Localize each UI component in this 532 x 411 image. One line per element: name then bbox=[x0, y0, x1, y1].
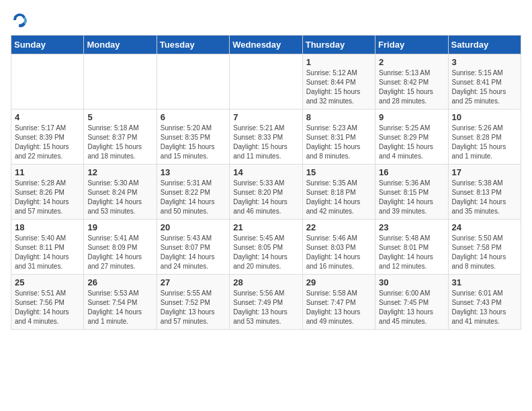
day-info: Sunrise: 6:00 AM Sunset: 7:45 PM Dayligh… bbox=[379, 289, 444, 326]
header bbox=[11, 11, 521, 30]
calendar-cell: 4Sunrise: 5:17 AM Sunset: 8:39 PM Daylig… bbox=[11, 109, 84, 165]
day-info: Sunrise: 5:28 AM Sunset: 8:26 PM Dayligh… bbox=[15, 179, 80, 216]
header-day: Sunday bbox=[11, 36, 84, 54]
day-info: Sunrise: 5:25 AM Sunset: 8:29 PM Dayligh… bbox=[379, 124, 444, 161]
calendar-table: SundayMondayTuesdayWednesdayThursdayFrid… bbox=[11, 35, 521, 330]
calendar-cell: 14Sunrise: 5:33 AM Sunset: 8:20 PM Dayli… bbox=[230, 165, 302, 220]
day-info: Sunrise: 5:21 AM Sunset: 8:33 PM Dayligh… bbox=[233, 124, 298, 161]
day-info: Sunrise: 5:58 AM Sunset: 7:47 PM Dayligh… bbox=[306, 289, 371, 326]
calendar-cell bbox=[157, 54, 229, 109]
day-number: 20 bbox=[161, 222, 226, 232]
logo bbox=[11, 11, 32, 30]
day-number: 5 bbox=[87, 112, 152, 122]
day-number: 9 bbox=[379, 112, 444, 122]
day-info: Sunrise: 5:23 AM Sunset: 8:31 PM Dayligh… bbox=[306, 124, 371, 161]
logo-icon bbox=[11, 11, 30, 30]
day-info: Sunrise: 5:41 AM Sunset: 8:09 PM Dayligh… bbox=[87, 234, 152, 271]
day-number: 7 bbox=[233, 112, 298, 122]
day-info: Sunrise: 5:18 AM Sunset: 8:37 PM Dayligh… bbox=[87, 124, 152, 161]
day-info: Sunrise: 5:13 AM Sunset: 8:42 PM Dayligh… bbox=[379, 68, 444, 106]
day-info: Sunrise: 5:55 AM Sunset: 7:52 PM Dayligh… bbox=[161, 289, 226, 326]
calendar-week-row: 4Sunrise: 5:17 AM Sunset: 8:39 PM Daylig… bbox=[11, 109, 521, 165]
header-row: SundayMondayTuesdayWednesdayThursdayFrid… bbox=[11, 36, 521, 54]
day-number: 11 bbox=[15, 167, 80, 177]
header-day: Saturday bbox=[448, 36, 521, 54]
day-number: 22 bbox=[306, 222, 371, 232]
day-number: 14 bbox=[233, 167, 298, 177]
calendar-body: 1Sunrise: 5:12 AM Sunset: 8:44 PM Daylig… bbox=[11, 54, 521, 330]
calendar-cell: 6Sunrise: 5:20 AM Sunset: 8:35 PM Daylig… bbox=[157, 109, 229, 165]
day-info: Sunrise: 5:12 AM Sunset: 8:44 PM Dayligh… bbox=[306, 68, 371, 106]
day-info: Sunrise: 5:46 AM Sunset: 8:03 PM Dayligh… bbox=[306, 234, 371, 271]
calendar-cell: 20Sunrise: 5:43 AM Sunset: 8:07 PM Dayli… bbox=[157, 220, 229, 275]
day-info: Sunrise: 5:31 AM Sunset: 8:22 PM Dayligh… bbox=[161, 179, 226, 216]
day-info: Sunrise: 5:40 AM Sunset: 8:11 PM Dayligh… bbox=[15, 234, 80, 271]
day-info: Sunrise: 5:45 AM Sunset: 8:05 PM Dayligh… bbox=[233, 234, 298, 271]
day-number: 21 bbox=[233, 222, 298, 232]
calendar-cell: 10Sunrise: 5:26 AM Sunset: 8:28 PM Dayli… bbox=[448, 109, 521, 165]
day-number: 13 bbox=[161, 167, 226, 177]
day-number: 2 bbox=[379, 57, 444, 67]
calendar-cell: 30Sunrise: 6:00 AM Sunset: 7:45 PM Dayli… bbox=[375, 275, 448, 330]
day-info: Sunrise: 5:20 AM Sunset: 8:35 PM Dayligh… bbox=[161, 124, 226, 161]
calendar-cell: 18Sunrise: 5:40 AM Sunset: 8:11 PM Dayli… bbox=[11, 220, 84, 275]
calendar-cell: 5Sunrise: 5:18 AM Sunset: 8:37 PM Daylig… bbox=[84, 109, 157, 165]
day-number: 31 bbox=[452, 277, 517, 287]
calendar-week-row: 18Sunrise: 5:40 AM Sunset: 8:11 PM Dayli… bbox=[11, 220, 521, 275]
day-number: 26 bbox=[87, 277, 152, 287]
calendar-cell: 13Sunrise: 5:31 AM Sunset: 8:22 PM Dayli… bbox=[157, 165, 229, 220]
day-info: Sunrise: 6:01 AM Sunset: 7:43 PM Dayligh… bbox=[452, 289, 517, 326]
calendar-cell bbox=[84, 54, 157, 109]
day-info: Sunrise: 5:33 AM Sunset: 8:20 PM Dayligh… bbox=[233, 179, 298, 216]
day-number: 17 bbox=[452, 167, 517, 177]
day-number: 19 bbox=[87, 222, 152, 232]
calendar-header: SundayMondayTuesdayWednesdayThursdayFrid… bbox=[11, 36, 521, 54]
day-info: Sunrise: 5:36 AM Sunset: 8:15 PM Dayligh… bbox=[379, 179, 444, 216]
day-info: Sunrise: 5:38 AM Sunset: 8:13 PM Dayligh… bbox=[452, 179, 517, 216]
calendar-cell: 26Sunrise: 5:53 AM Sunset: 7:54 PM Dayli… bbox=[84, 275, 157, 330]
calendar-cell: 27Sunrise: 5:55 AM Sunset: 7:52 PM Dayli… bbox=[157, 275, 229, 330]
calendar-cell: 25Sunrise: 5:51 AM Sunset: 7:56 PM Dayli… bbox=[11, 275, 84, 330]
day-number: 25 bbox=[15, 277, 80, 287]
calendar-cell: 2Sunrise: 5:13 AM Sunset: 8:42 PM Daylig… bbox=[375, 54, 448, 109]
calendar-week-row: 1Sunrise: 5:12 AM Sunset: 8:44 PM Daylig… bbox=[11, 54, 521, 109]
day-info: Sunrise: 5:35 AM Sunset: 8:18 PM Dayligh… bbox=[306, 179, 371, 216]
header-day: Thursday bbox=[302, 36, 375, 54]
calendar-cell: 16Sunrise: 5:36 AM Sunset: 8:15 PM Dayli… bbox=[375, 165, 448, 220]
day-number: 12 bbox=[87, 167, 152, 177]
day-number: 28 bbox=[233, 277, 298, 287]
calendar-cell: 1Sunrise: 5:12 AM Sunset: 8:44 PM Daylig… bbox=[302, 54, 375, 109]
calendar-cell: 7Sunrise: 5:21 AM Sunset: 8:33 PM Daylig… bbox=[230, 109, 302, 165]
calendar-cell: 19Sunrise: 5:41 AM Sunset: 8:09 PM Dayli… bbox=[84, 220, 157, 275]
calendar-cell: 23Sunrise: 5:48 AM Sunset: 8:01 PM Dayli… bbox=[375, 220, 448, 275]
calendar-cell: 28Sunrise: 5:56 AM Sunset: 7:49 PM Dayli… bbox=[230, 275, 302, 330]
calendar-cell: 22Sunrise: 5:46 AM Sunset: 8:03 PM Dayli… bbox=[302, 220, 375, 275]
day-number: 23 bbox=[379, 222, 444, 232]
day-number: 8 bbox=[306, 112, 371, 122]
day-info: Sunrise: 5:17 AM Sunset: 8:39 PM Dayligh… bbox=[15, 124, 80, 161]
day-info: Sunrise: 5:15 AM Sunset: 8:41 PM Dayligh… bbox=[452, 68, 517, 106]
day-number: 3 bbox=[452, 57, 517, 67]
day-number: 18 bbox=[15, 222, 80, 232]
day-info: Sunrise: 5:30 AM Sunset: 8:24 PM Dayligh… bbox=[87, 179, 152, 216]
calendar-cell: 29Sunrise: 5:58 AM Sunset: 7:47 PM Dayli… bbox=[302, 275, 375, 330]
calendar-cell: 12Sunrise: 5:30 AM Sunset: 8:24 PM Dayli… bbox=[84, 165, 157, 220]
header-day: Wednesday bbox=[230, 36, 302, 54]
day-number: 16 bbox=[379, 167, 444, 177]
day-number: 6 bbox=[161, 112, 226, 122]
calendar-cell: 31Sunrise: 6:01 AM Sunset: 7:43 PM Dayli… bbox=[448, 275, 521, 330]
calendar-cell: 15Sunrise: 5:35 AM Sunset: 8:18 PM Dayli… bbox=[302, 165, 375, 220]
header-day: Tuesday bbox=[157, 36, 229, 54]
calendar-cell: 24Sunrise: 5:50 AM Sunset: 7:58 PM Dayli… bbox=[448, 220, 521, 275]
calendar-cell bbox=[11, 54, 84, 109]
calendar-cell: 21Sunrise: 5:45 AM Sunset: 8:05 PM Dayli… bbox=[230, 220, 302, 275]
calendar-cell: 11Sunrise: 5:28 AM Sunset: 8:26 PM Dayli… bbox=[11, 165, 84, 220]
calendar-cell bbox=[230, 54, 302, 109]
day-info: Sunrise: 5:53 AM Sunset: 7:54 PM Dayligh… bbox=[87, 289, 152, 326]
day-info: Sunrise: 5:43 AM Sunset: 8:07 PM Dayligh… bbox=[161, 234, 226, 271]
calendar-cell: 8Sunrise: 5:23 AM Sunset: 8:31 PM Daylig… bbox=[302, 109, 375, 165]
header-day: Friday bbox=[375, 36, 448, 54]
day-number: 24 bbox=[452, 222, 517, 232]
calendar-cell: 17Sunrise: 5:38 AM Sunset: 8:13 PM Dayli… bbox=[448, 165, 521, 220]
calendar-cell: 9Sunrise: 5:25 AM Sunset: 8:29 PM Daylig… bbox=[375, 109, 448, 165]
